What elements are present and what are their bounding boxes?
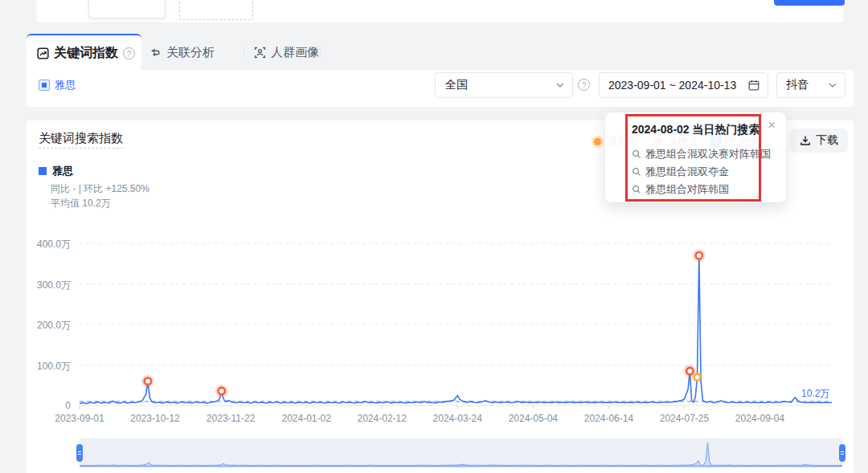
download-button[interactable]: 下载: [790, 128, 848, 153]
top-dashed-add-button-partial[interactable]: [179, 0, 253, 20]
calendar-icon: [748, 80, 760, 91]
chevron-down-icon: [829, 83, 837, 88]
page: 关键词指数 ? 关联分析 人群画像 雅思 全国 ? 2023-09-01 ~ 2…: [0, 0, 868, 473]
series-comparison: 同比 - | 环比 +125.50%: [51, 182, 149, 196]
date-range-value: 2023-09-01 ~ 2024-10-13: [608, 79, 736, 92]
timeline-brush[interactable]: [80, 438, 842, 467]
x-axis-label: 2024-01-02: [270, 413, 342, 424]
x-axis-label: 2024-09-04: [724, 413, 796, 424]
platform-select-value: 抖音: [786, 78, 809, 92]
tab-audience-portrait[interactable]: 人群画像: [254, 34, 319, 71]
help-icon[interactable]: ?: [123, 47, 135, 59]
x-axis-label: 2024-06-14: [572, 413, 645, 424]
x-axis-label: 2023-09-01: [43, 413, 116, 424]
keyword-chip-label: 雅思: [55, 78, 76, 92]
help-icon[interactable]: ?: [578, 79, 590, 91]
series-name: 雅思: [52, 164, 73, 178]
download-label: 下载: [816, 133, 838, 148]
x-axis-label: 2024-02-12: [346, 413, 418, 424]
chart-title: 关键词搜索指数: [39, 131, 123, 149]
audience-icon: [254, 47, 266, 59]
top-select-partial[interactable]: [88, 0, 166, 18]
brush-area: [80, 442, 842, 466]
region-select[interactable]: 全国: [435, 72, 573, 98]
x-axis-label: 2024-03-24: [421, 413, 493, 424]
tab-label: 关键词指数: [54, 45, 118, 62]
keyword-chip[interactable]: 雅思: [39, 78, 76, 92]
tab-keyword-index[interactable]: 关键词指数 ?: [27, 34, 141, 71]
series-average: 平均值 10.2万: [51, 197, 111, 210]
brush-line: [80, 442, 842, 465]
brush-handle-left[interactable]: [76, 444, 83, 462]
download-icon: [800, 135, 811, 146]
y-axis-label: 0: [24, 400, 71, 411]
keyword-checkbox[interactable]: [39, 80, 50, 91]
date-range-input[interactable]: 2023-09-01 ~ 2024-10-13: [599, 72, 768, 98]
relation-icon: [149, 47, 162, 59]
annotation-highlight-box: [625, 114, 761, 202]
tab-label: 人群画像: [271, 45, 319, 60]
tab-label: 关联分析: [166, 45, 215, 60]
x-axis-label: 2023-11-22: [194, 413, 267, 424]
x-axis-label: 2024-05-04: [497, 413, 569, 424]
tab-relation-analysis[interactable]: 关联分析: [149, 34, 215, 71]
y-axis-label: 400.0万: [24, 238, 71, 251]
y-axis-label: 300.0万: [24, 279, 71, 292]
y-axis-label: 100.0万: [24, 360, 71, 373]
tab-divider: [320, 46, 321, 59]
surge-dot-icon: [594, 138, 601, 145]
series-legend[interactable]: 雅思: [39, 164, 73, 178]
close-icon[interactable]: ×: [768, 117, 776, 133]
trend-icon: [37, 47, 49, 59]
x-axis-label: 2024-07-25: [648, 413, 720, 424]
x-axis-label: 2023-10-12: [119, 413, 191, 424]
region-select-value: 全国: [445, 78, 468, 92]
average-value-label: 10.2万: [801, 387, 829, 401]
tab-divider: [244, 46, 244, 59]
brush-handle-right[interactable]: [839, 444, 845, 462]
series-color-swatch: [39, 167, 47, 175]
chevron-down-icon: [556, 83, 564, 88]
platform-select[interactable]: 抖音: [776, 72, 845, 98]
primary-action-button[interactable]: [774, 0, 845, 6]
brush-minimap: [80, 438, 842, 467]
y-axis-label: 200.0万: [24, 319, 71, 332]
